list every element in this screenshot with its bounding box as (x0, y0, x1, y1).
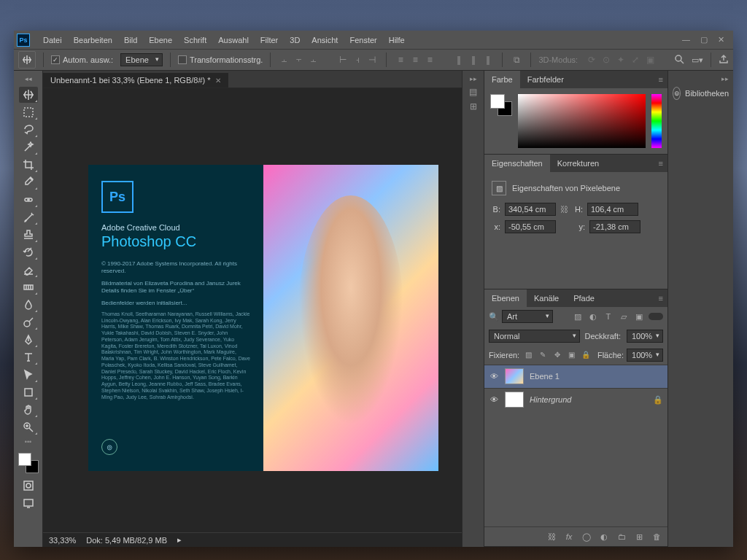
close-icon[interactable]: ✕ (718, 35, 724, 44)
distribute-icon[interactable]: ‖ (452, 53, 465, 66)
screen-mode-icon[interactable] (19, 495, 38, 511)
menu-datei[interactable]: Datei (37, 31, 68, 49)
distribute-icon[interactable]: ‖ (467, 53, 480, 66)
distribute-icon[interactable]: ≡ (423, 53, 436, 66)
maximize-icon[interactable]: ▢ (700, 35, 708, 44)
distribute-icon[interactable]: ≡ (394, 53, 407, 66)
collapse-icon[interactable]: ▸▸ (470, 75, 477, 82)
mask-icon[interactable]: ◯ (580, 530, 593, 543)
stamp-tool[interactable] (19, 227, 38, 243)
blend-mode[interactable]: Normal (489, 330, 580, 343)
document-tab[interactable]: Unbenannt-1 bei 33,3% (Ebene 1, RGB/8#) … (43, 73, 229, 88)
visibility-icon[interactable]: 👁 (489, 372, 499, 381)
swatches-panel-icon[interactable]: ⊞ (470, 101, 477, 112)
more-tools-icon[interactable]: ••• (25, 438, 31, 446)
filter-adjust-icon[interactable]: ◐ (587, 311, 600, 324)
align-right-icon[interactable]: ⊣ (365, 53, 379, 66)
lock-all-icon[interactable]: 🔒 (580, 349, 592, 361)
x-field[interactable]: -50,55 cm (505, 220, 556, 233)
gradient-tool[interactable] (19, 279, 38, 295)
collapse-icon[interactable]: ◂◂ (25, 75, 32, 82)
transform-controls-checkbox[interactable]: Transformationsstrg. (178, 55, 263, 64)
eyedropper-tool[interactable] (19, 174, 38, 190)
lock-position-icon[interactable]: ✥ (551, 349, 563, 361)
blur-tool[interactable] (19, 297, 38, 313)
menu-bild[interactable]: Bild (118, 31, 143, 49)
panel-menu-icon[interactable]: ≡ (654, 159, 667, 168)
menu-ansicht[interactable]: Ansicht (306, 31, 344, 49)
hue-slider[interactable] (651, 94, 662, 148)
align-hcenter-icon[interactable]: ⫞ (351, 53, 364, 66)
menu-3d[interactable]: 3D (284, 31, 306, 49)
minimize-icon[interactable]: — (682, 35, 690, 44)
dodge-tool[interactable] (19, 314, 38, 330)
menu-fenster[interactable]: Fenster (344, 31, 382, 49)
lock-icon[interactable]: 🔒 (653, 395, 663, 405)
layer-filter[interactable]: Art (502, 310, 553, 323)
filter-toggle[interactable] (649, 313, 663, 320)
distribute-icon[interactable]: ‖ (481, 53, 495, 66)
new-layer-icon[interactable]: ⊞ (632, 530, 646, 543)
layers-tab[interactable]: Ebenen (484, 289, 527, 307)
quickmask-icon[interactable] (19, 478, 38, 494)
opacity-field[interactable]: 100% (627, 330, 663, 343)
y-field[interactable]: -21,38 cm (589, 220, 640, 233)
history-brush-tool[interactable] (19, 244, 38, 260)
path-select-tool[interactable] (19, 367, 38, 383)
layer-thumbnail[interactable] (505, 392, 524, 408)
zoom-tool[interactable] (19, 419, 38, 435)
lock-artboard-icon[interactable]: ▣ (565, 349, 577, 361)
link-icon[interactable]: ⛓ (560, 205, 568, 214)
layer-name[interactable]: Hintergrund (530, 395, 647, 404)
align-left-icon[interactable]: ⊢ (336, 53, 349, 66)
filter-smart-icon[interactable]: ▣ (632, 311, 646, 324)
marquee-tool[interactable] (19, 104, 38, 120)
share-icon[interactable] (719, 54, 729, 66)
magic-wand-tool[interactable] (19, 139, 38, 155)
status-menu-icon[interactable]: ▸ (177, 535, 182, 545)
properties-tab[interactable]: Eigenschaften (484, 155, 550, 172)
eraser-tool[interactable] (19, 262, 38, 278)
align-vcenter-icon[interactable]: ⫟ (293, 53, 306, 66)
menu-schrift[interactable]: Schrift (178, 31, 212, 49)
channels-tab[interactable]: Kanäle (527, 289, 566, 307)
workspace-icon[interactable]: ▭▾ (692, 55, 703, 65)
swatches-tab[interactable]: Farbfelder (520, 71, 571, 88)
pen-tool[interactable] (19, 332, 38, 348)
panel-menu-icon[interactable]: ≡ (654, 75, 667, 84)
menu-filter[interactable]: Filter (255, 31, 284, 49)
collapse-icon[interactable]: ▸▸ (721, 75, 729, 82)
layer-item[interactable]: 👁Hintergrund🔒 (484, 388, 667, 411)
filter-shape-icon[interactable]: ▱ (617, 311, 630, 324)
zoom-level[interactable]: 33,33% (49, 536, 76, 545)
doc-size[interactable]: Dok: 5,49 MB/82,9 MB (86, 536, 167, 545)
healing-tool[interactable] (19, 192, 38, 208)
search-icon[interactable] (674, 54, 684, 66)
filter-type-icon[interactable]: T (602, 310, 615, 323)
type-tool[interactable] (19, 349, 38, 365)
layer-name[interactable]: Ebene 1 (530, 372, 663, 381)
hand-tool[interactable] (19, 402, 38, 418)
panel-menu-icon[interactable]: ≡ (654, 294, 667, 303)
distribute-icon[interactable]: ≡ (409, 53, 422, 66)
fg-bg-swatch[interactable] (490, 94, 512, 116)
close-tab-icon[interactable]: ✕ (215, 77, 221, 85)
color-swatches[interactable] (18, 453, 39, 473)
fill-field[interactable]: 100% (627, 349, 663, 362)
visibility-icon[interactable]: 👁 (489, 395, 499, 404)
fx-icon[interactable]: fx (562, 530, 576, 543)
group-icon[interactable]: 🗀 (615, 530, 628, 543)
menu-hilfe[interactable]: Hilfe (383, 31, 411, 49)
crop-tool[interactable] (19, 157, 38, 173)
canvas-viewport[interactable]: Ps Adobe Creative Cloud Photoshop CC © 1… (43, 88, 462, 532)
filter-image-icon[interactable]: ▨ (571, 311, 584, 324)
width-field[interactable]: 340,54 cm (505, 203, 556, 216)
delete-icon[interactable]: 🗑 (650, 530, 663, 543)
history-panel-icon[interactable]: ▤ (469, 87, 477, 97)
auto-select-checkbox[interactable]: ✓Autom. ausw.: (51, 55, 113, 64)
color-field[interactable] (518, 94, 646, 148)
link-layers-icon[interactable]: ⛓ (545, 530, 558, 543)
align-bottom-icon[interactable]: ⫠ (307, 53, 320, 66)
layer-thumbnail[interactable] (505, 368, 524, 384)
adjustments-tab[interactable]: Korrekturen (550, 155, 606, 172)
